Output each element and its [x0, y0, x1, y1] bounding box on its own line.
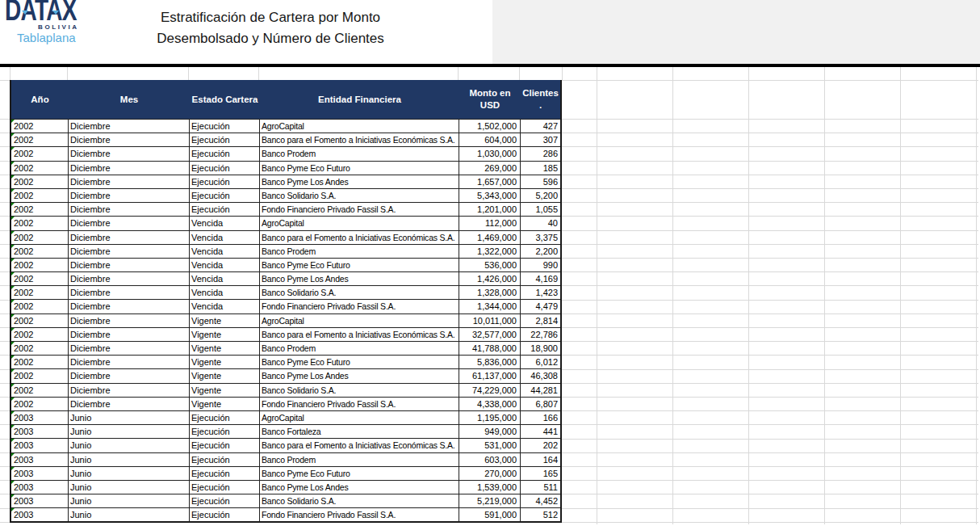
cell-estado-cartera[interactable]: Ejecución: [190, 189, 260, 202]
cell-entidad-financiera[interactable]: Banco Pyme Eco Futuro: [260, 162, 459, 175]
cell-ano[interactable]: 2002: [11, 272, 69, 285]
cell-clientes[interactable]: 6,012: [521, 356, 560, 368]
cell-entidad-financiera[interactable]: Banco Pyme Los Andes: [260, 175, 459, 188]
cell-entidad-financiera[interactable]: Banco Solidario S.A.: [260, 384, 459, 397]
cell-entidad-financiera[interactable]: Fondo Financiero Privado Fassil S.A.: [260, 203, 459, 216]
cell-ano[interactable]: 2002: [11, 356, 69, 368]
cell-estado-cartera[interactable]: Ejecución: [190, 508, 260, 521]
cell-estado-cartera[interactable]: Vencida: [190, 217, 260, 229]
cell-monto-usd[interactable]: 112,000: [459, 217, 521, 229]
cell-clientes[interactable]: 202: [521, 439, 560, 452]
cell-estado-cartera[interactable]: Ejecución: [190, 175, 260, 188]
cell-entidad-financiera[interactable]: Banco para el Fomento a Iniciativas Econ…: [260, 231, 459, 244]
cell-mes[interactable]: Diciembre: [69, 133, 190, 146]
column-header-entidad-financiera[interactable]: Entidad Financiera: [260, 80, 459, 119]
cell-mes[interactable]: Junio: [69, 439, 190, 452]
cell-monto-usd[interactable]: 1,344,000: [459, 300, 521, 313]
cell-clientes[interactable]: 2,814: [521, 314, 560, 327]
cell-estado-cartera[interactable]: Vencida: [190, 286, 260, 299]
cell-monto-usd[interactable]: 591,000: [459, 508, 521, 521]
cell-estado-cartera[interactable]: Vencida: [190, 231, 260, 244]
cell-clientes[interactable]: 164: [521, 453, 560, 466]
cell-mes[interactable]: Diciembre: [69, 314, 190, 327]
cell-ano[interactable]: 2002: [11, 314, 69, 327]
cell-monto-usd[interactable]: 74,229,000: [459, 384, 521, 397]
cell-entidad-financiera[interactable]: AgroCapital: [260, 411, 459, 424]
cell-monto-usd[interactable]: 5,219,000: [459, 494, 521, 507]
cell-entidad-financiera[interactable]: AgroCapital: [260, 120, 459, 133]
cell-monto-usd[interactable]: 604,000: [459, 133, 521, 146]
cell-ano[interactable]: 2002: [11, 286, 69, 299]
cell-monto-usd[interactable]: 5,836,000: [459, 356, 521, 368]
cell-entidad-financiera[interactable]: Banco Fortaleza: [260, 425, 459, 438]
cell-estado-cartera[interactable]: Ejecución: [190, 411, 260, 424]
cell-monto-usd[interactable]: 536,000: [459, 259, 521, 271]
cell-mes[interactable]: Diciembre: [69, 384, 190, 397]
cell-estado-cartera[interactable]: Ejecución: [190, 147, 260, 160]
cell-monto-usd[interactable]: 32,577,000: [459, 328, 521, 341]
cell-entidad-financiera[interactable]: Banco para el Fomento a Iniciativas Econ…: [260, 328, 459, 341]
cell-mes[interactable]: Diciembre: [69, 328, 190, 341]
cell-ano[interactable]: 2002: [11, 162, 69, 175]
cell-clientes[interactable]: 22,786: [521, 328, 560, 341]
cell-clientes[interactable]: 4,452: [521, 494, 560, 507]
cell-ano[interactable]: 2002: [11, 133, 69, 146]
cell-clientes[interactable]: 185: [521, 162, 560, 175]
cell-clientes[interactable]: 4,169: [521, 272, 560, 285]
cell-estado-cartera[interactable]: Vencida: [190, 272, 260, 285]
cell-clientes[interactable]: 6,807: [521, 398, 560, 410]
cell-clientes[interactable]: 44,281: [521, 384, 560, 397]
cell-entidad-financiera[interactable]: Banco para el Fomento a Iniciativas Econ…: [260, 439, 459, 452]
cell-ano[interactable]: 2002: [11, 369, 69, 382]
cell-entidad-financiera[interactable]: Banco Pyme Eco Futuro: [260, 259, 459, 271]
cell-clientes[interactable]: 511: [521, 481, 560, 494]
cell-mes[interactable]: Diciembre: [69, 398, 190, 410]
cell-mes[interactable]: Diciembre: [69, 217, 190, 229]
cell-monto-usd[interactable]: 4,338,000: [459, 398, 521, 410]
cell-entidad-financiera[interactable]: Fondo Financiero Privado Fassil S.A.: [260, 508, 459, 521]
cell-mes[interactable]: Diciembre: [69, 175, 190, 188]
cell-clientes[interactable]: 4,479: [521, 300, 560, 313]
cell-entidad-financiera[interactable]: Fondo Financiero Privado Fassil S.A.: [260, 300, 459, 313]
cell-monto-usd[interactable]: 1,539,000: [459, 481, 521, 494]
cell-ano[interactable]: 2003: [11, 425, 69, 438]
cell-monto-usd[interactable]: 1,502,000: [459, 120, 521, 133]
cell-clientes[interactable]: 2,200: [521, 245, 560, 258]
cell-monto-usd[interactable]: 269,000: [459, 162, 521, 175]
cell-monto-usd[interactable]: 949,000: [459, 425, 521, 438]
cell-ano[interactable]: 2002: [11, 203, 69, 216]
cell-entidad-financiera[interactable]: AgroCapital: [260, 217, 459, 229]
cell-estado-cartera[interactable]: Vigente: [190, 356, 260, 368]
cell-monto-usd[interactable]: 61,137,000: [459, 369, 521, 382]
cell-mes[interactable]: Diciembre: [69, 231, 190, 244]
cell-mes[interactable]: Diciembre: [69, 342, 190, 355]
cell-estado-cartera[interactable]: Ejecución: [190, 481, 260, 494]
cell-monto-usd[interactable]: 531,000: [459, 439, 521, 452]
cell-monto-usd[interactable]: 603,000: [459, 453, 521, 466]
cell-monto-usd[interactable]: 1,657,000: [459, 175, 521, 188]
cell-mes[interactable]: Diciembre: [69, 369, 190, 382]
cell-ano[interactable]: 2002: [11, 384, 69, 397]
cell-estado-cartera[interactable]: Vencida: [190, 300, 260, 313]
cell-entidad-financiera[interactable]: Banco Solidario S.A.: [260, 494, 459, 507]
cell-ano[interactable]: 2003: [11, 411, 69, 424]
cell-monto-usd[interactable]: 1,030,000: [459, 147, 521, 160]
cell-clientes[interactable]: 40: [521, 217, 560, 229]
cell-clientes[interactable]: 307: [521, 133, 560, 146]
cell-ano[interactable]: 2002: [11, 245, 69, 258]
cell-mes[interactable]: Junio: [69, 467, 190, 480]
cell-mes[interactable]: Diciembre: [69, 162, 190, 175]
cell-clientes[interactable]: 5,200: [521, 189, 560, 202]
cell-entidad-financiera[interactable]: Banco Solidario S.A.: [260, 189, 459, 202]
cell-ano[interactable]: 2002: [11, 217, 69, 229]
cell-estado-cartera[interactable]: Vencida: [190, 259, 260, 271]
column-header-ano[interactable]: Año: [11, 80, 69, 119]
cell-estado-cartera[interactable]: Vigente: [190, 342, 260, 355]
cell-entidad-financiera[interactable]: Banco para el Fomento a Iniciativas Econ…: [260, 133, 459, 146]
cell-ano[interactable]: 2003: [11, 467, 69, 480]
cell-clientes[interactable]: 286: [521, 147, 560, 160]
cell-entidad-financiera[interactable]: Banco Pyme Los Andes: [260, 369, 459, 382]
cell-monto-usd[interactable]: 10,011,000: [459, 314, 521, 327]
cell-mes[interactable]: Diciembre: [69, 272, 190, 285]
cell-clientes[interactable]: 596: [521, 175, 560, 188]
